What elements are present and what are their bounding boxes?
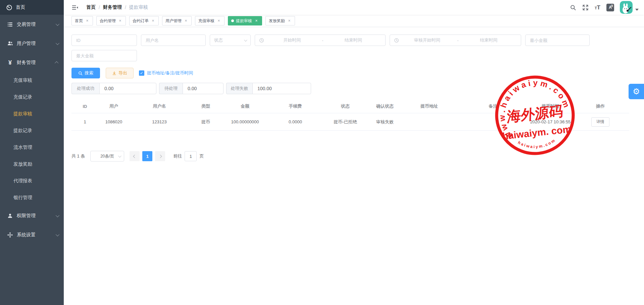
sidebar-item-trade[interactable]: 交易管理 <box>0 15 64 34</box>
export-button[interactable]: 导出 <box>106 68 134 78</box>
caret-down-icon[interactable] <box>635 9 639 11</box>
close-icon[interactable]: × <box>287 18 292 23</box>
col-username: 用户名 <box>129 101 190 113</box>
username-input[interactable] <box>141 35 206 46</box>
hamburger-icon[interactable] <box>68 2 82 13</box>
sidebar-item-settings[interactable]: 系统设置 <box>0 225 64 244</box>
chevron-down-icon <box>56 232 59 236</box>
settings-fab-button[interactable]: ⚙ <box>629 84 644 99</box>
breadcrumb-home[interactable]: 首页 <box>86 4 96 10</box>
close-icon[interactable]: × <box>118 18 122 23</box>
sidebar-item-recharge-record[interactable]: 充值记录 <box>0 89 64 106</box>
chevron-left-icon <box>133 155 137 158</box>
sidebar-item-bank-manage[interactable]: 银行管理 <box>0 189 64 206</box>
sidebar-item-reward[interactable]: 发放奖励 <box>0 156 64 173</box>
time-range-picker[interactable]: 开始时间 - 结束时间 <box>255 35 386 46</box>
sidebar-item-agent-report[interactable]: 代理报表 <box>0 173 64 189</box>
stat-success: 处理成功 <box>71 83 156 94</box>
cell-user: 1086020 <box>98 113 129 131</box>
close-icon[interactable]: × <box>85 18 90 23</box>
filter-row-1: 状态 开始时间 - 结束时间 审核开始时间 - 结束时间 <box>71 35 644 46</box>
close-icon[interactable]: × <box>184 18 188 23</box>
stat-failed-value[interactable] <box>252 83 311 94</box>
sidebar-item-flow-manage[interactable]: 流水管理 <box>0 139 64 156</box>
tab-withdraw-audit[interactable]: 提款审核× <box>228 16 262 25</box>
gear-icon: ⚙ <box>633 87 640 96</box>
breadcrumb-section[interactable]: 财务管理 <box>103 4 122 10</box>
cell-type: 提币 <box>190 113 222 131</box>
page-size-select[interactable]: 20条/页 <box>90 151 124 162</box>
chevron-down-icon <box>56 213 59 217</box>
close-icon[interactable]: × <box>254 18 259 23</box>
col-user: 用户 <box>98 101 129 113</box>
sidebar-item-withdraw-record[interactable]: 提款记录 <box>0 122 64 139</box>
checkbox-checked-icon[interactable]: ✓ <box>139 70 144 76</box>
breadcrumb: 首页 / 财务管理 / 提款审核 <box>86 4 148 10</box>
breadcrumb-current: 提款审核 <box>129 4 148 10</box>
sidebar-item-withdraw-audit[interactable]: 提款审核 <box>0 106 64 122</box>
cell-amount: 100.00000000 <box>222 113 268 131</box>
sidebar-item-finance[interactable]: ¥ 财务管理 <box>0 53 64 72</box>
sidebar-item-permission[interactable]: 权限管理 <box>0 206 64 225</box>
search-button[interactable]: 搜索 <box>71 68 100 78</box>
status-select[interactable]: 状态 <box>210 35 251 46</box>
close-icon[interactable]: × <box>151 18 155 23</box>
tab-contract-orders[interactable]: 合约订单× <box>129 16 159 25</box>
detail-button[interactable]: 详情 <box>591 117 609 127</box>
col-status: 状态 <box>323 101 368 113</box>
id-input[interactable] <box>71 35 137 46</box>
download-icon <box>112 71 116 75</box>
sidebar-item-label: 首页 <box>16 4 25 10</box>
cell-username: 123123 <box>129 113 190 131</box>
stat-failed: 处理失败 <box>226 83 311 94</box>
max-amount-input[interactable] <box>71 50 137 61</box>
tab-home[interactable]: 首页× <box>71 16 93 25</box>
tab-user-manage[interactable]: 用户管理× <box>162 16 192 25</box>
stat-pending-value[interactable] <box>183 83 224 94</box>
list-icon <box>6 21 14 27</box>
end-time-placeholder: 结束时间 <box>326 37 381 43</box>
yen-icon: ¥ <box>6 60 14 66</box>
prev-page-button[interactable] <box>130 151 140 161</box>
translate-icon[interactable]: A文 <box>603 4 617 11</box>
top-navbar: 首页 / 财务管理 / 提款审核 TT A文 <box>64 0 644 15</box>
audit-end-placeholder: 结束时间 <box>461 37 517 43</box>
sidebar: 首页 交易管理 用户管理 ¥ 财务管理 充值审核 充值记录 提款审核 提款记录 <box>0 0 64 305</box>
dashboard-icon <box>6 4 12 11</box>
table-row: 1 1086020 123123 提币 100.00000000 0.0000 … <box>71 113 629 131</box>
avatar[interactable] <box>620 1 633 14</box>
col-id: ID <box>71 101 98 113</box>
fullscreen-icon[interactable] <box>579 4 592 11</box>
finance-submenu: 充值审核 充值记录 提款审核 提款记录 流水管理 发放奖励 代理报表 银行管理 <box>0 72 64 206</box>
goto-page-input[interactable] <box>185 151 197 161</box>
col-action: 操作 <box>572 101 629 113</box>
cell-status: 提币-已拒绝 <box>323 113 368 131</box>
sidebar-item-home[interactable]: 首页 <box>0 0 64 15</box>
min-amount-input[interactable] <box>525 35 590 46</box>
col-amount: 金额 <box>222 101 268 113</box>
next-page-button[interactable] <box>155 151 165 161</box>
content: 状态 开始时间 - 结束时间 审核开始时间 - 结束时间 <box>64 27 644 305</box>
tab-reward[interactable]: 发放奖励× <box>265 16 295 25</box>
chevron-right-icon <box>159 155 162 158</box>
tab-recharge-audit[interactable]: 充值审核× <box>195 16 225 25</box>
sidebar-item-users[interactable]: 用户管理 <box>0 34 64 53</box>
page-number-button[interactable]: 1 <box>142 151 152 161</box>
tab-contract-manage[interactable]: 合约管理× <box>96 16 126 25</box>
main-area: 首页 / 财务管理 / 提款审核 TT A文 <box>64 0 644 305</box>
chevron-down-icon <box>56 41 59 45</box>
stat-success-value[interactable] <box>99 83 156 94</box>
stat-label: 处理成功 <box>71 83 99 94</box>
sidebar-item-label: 权限管理 <box>17 213 56 219</box>
address-remark-checkbox-group[interactable]: ✓ 提币地址/备注/提币时间 <box>139 70 193 76</box>
range-separator: - <box>455 38 460 43</box>
audit-time-range-picker[interactable]: 审核开始时间 - 结束时间 <box>390 35 521 46</box>
search-icon[interactable] <box>567 4 579 11</box>
cell-time: 2020-02-17 10:36:55 <box>529 113 572 131</box>
close-icon[interactable]: × <box>216 18 221 23</box>
font-size-icon[interactable]: TT <box>592 5 603 10</box>
sidebar-item-recharge-audit[interactable]: 充值审核 <box>0 72 64 89</box>
goto-label: 前往 <box>173 153 182 159</box>
sidebar-item-label: 系统设置 <box>17 232 56 238</box>
col-address: 提币地址 <box>402 101 457 113</box>
